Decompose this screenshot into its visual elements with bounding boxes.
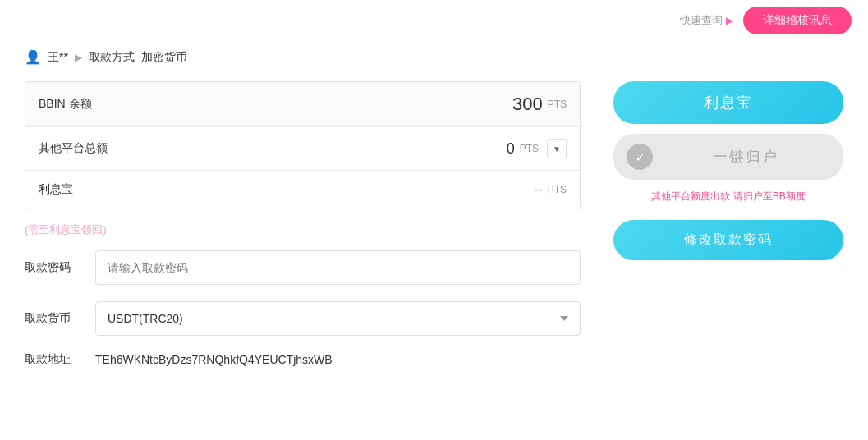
interest-value-container: -- PTS: [534, 182, 567, 197]
other-label: 其他平台总额: [39, 141, 507, 156]
address-row: 取款地址 TEh6WKNtcByDzs7RNQhkfQ4YEUCTjhsxWB: [25, 352, 581, 367]
bbin-label: BBIN 余额: [39, 97, 512, 112]
warning-text: 其他平台额度出款 请归户至BB额度: [613, 190, 843, 204]
interest-bao-button[interactable]: 利息宝: [613, 81, 843, 124]
currency-select[interactable]: USDT(TRC20): [95, 301, 581, 336]
address-label: 取款地址: [25, 352, 82, 367]
dropdown-arrow-symbol: ▼: [553, 144, 561, 154]
password-row: 取款密码: [25, 250, 581, 285]
interest-number: --: [534, 182, 543, 197]
one-key-label: 一键归户: [661, 147, 830, 167]
interest-link[interactable]: (需至利息宝领回): [25, 222, 107, 237]
bbin-number: 300: [512, 94, 543, 115]
quick-query-label: 快速查询: [680, 13, 723, 28]
currency-label: 取款货币: [25, 311, 82, 326]
breadcrumb-currency: 加密货币: [141, 50, 187, 65]
main-content: BBIN 余额 300 PTS 其他平台总额 0 PTS ▼ 利息宝: [0, 73, 868, 392]
interest-balance-row: 利息宝 -- PTS: [25, 171, 580, 209]
user-icon: 👤: [25, 49, 41, 65]
breadcrumb: 👤 王** ▶ 取款方式 加密货币: [0, 41, 868, 73]
bbin-value-container: 300 PTS: [512, 94, 567, 115]
bbin-pts: PTS: [548, 99, 567, 110]
other-pts: PTS: [520, 143, 539, 154]
check-symbol: ✓: [635, 149, 645, 165]
detail-button[interactable]: 详细稽核讯息: [743, 7, 852, 34]
breadcrumb-method: 取款方式: [89, 50, 135, 65]
other-balance-row: 其他平台总额 0 PTS ▼: [25, 127, 580, 171]
other-dropdown-icon[interactable]: ▼: [547, 139, 567, 158]
balance-table: BBIN 余额 300 PTS 其他平台总额 0 PTS ▼ 利息宝: [25, 81, 581, 209]
other-value-container: 0 PTS ▼: [507, 139, 567, 158]
password-input[interactable]: [95, 250, 581, 285]
left-panel: BBIN 余额 300 PTS 其他平台总额 0 PTS ▼ 利息宝: [25, 81, 581, 383]
top-bar: 快速查询 ▶ 详细稽核讯息: [0, 0, 868, 41]
right-panel: 利息宝 ✓ 一键归户 其他平台额度出款 请归户至BB额度 修改取款密码: [613, 81, 843, 260]
modify-password-button[interactable]: 修改取款密码: [613, 220, 843, 260]
other-number: 0: [507, 140, 515, 158]
password-label: 取款密码: [25, 260, 82, 275]
breadcrumb-arrow-icon: ▶: [75, 52, 82, 63]
quick-query-link[interactable]: 快速查询 ▶: [680, 13, 733, 28]
interest-label: 利息宝: [39, 182, 534, 197]
bbin-balance-row: BBIN 余额 300 PTS: [25, 82, 580, 127]
one-key-row: ✓ 一键归户: [613, 134, 843, 180]
check-icon: ✓: [627, 144, 653, 170]
breadcrumb-user: 王**: [48, 50, 68, 65]
quick-query-arrow-icon: ▶: [726, 15, 733, 26]
currency-row: 取款货币 USDT(TRC20): [25, 301, 581, 336]
address-value: TEh6WKNtcByDzs7RNQhkfQ4YEUCTjhsxWB: [95, 353, 581, 366]
interest-pts: PTS: [548, 184, 567, 195]
